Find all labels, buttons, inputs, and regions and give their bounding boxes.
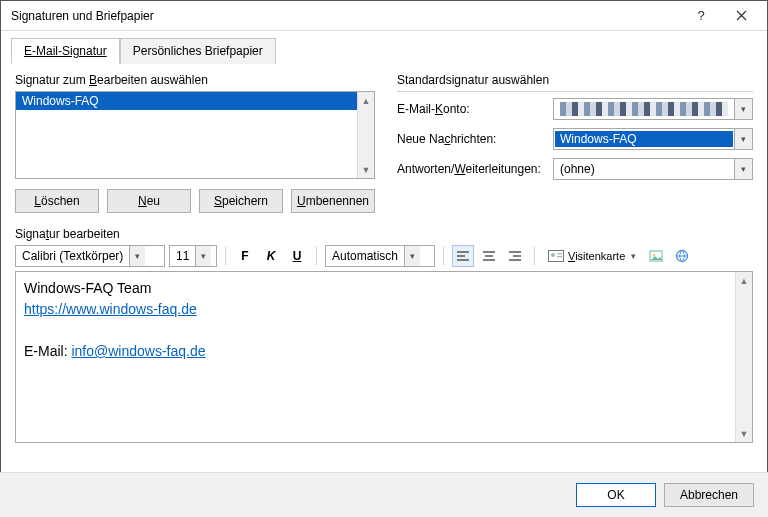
cancel-button[interactable]: Abbrechen — [664, 483, 754, 507]
chevron-down-icon: ▾ — [404, 246, 420, 266]
delete-button[interactable]: Löschen — [15, 189, 99, 213]
select-signature-label: Signatur zum Bearbeiten auswählen — [15, 73, 375, 87]
rename-button[interactable]: Umbenennen — [291, 189, 375, 213]
font-family-dropdown[interactable]: Calibri (Textkörper) ▾ — [15, 245, 165, 267]
insert-image-button[interactable] — [645, 245, 667, 267]
replies-value: (ohne) — [554, 162, 734, 176]
svg-point-14 — [653, 254, 656, 257]
chevron-down-icon: ▾ — [195, 246, 211, 266]
replies-dropdown[interactable]: (ohne) ▾ — [553, 158, 753, 180]
editor-toolbar: Calibri (Textkörper) ▾ 11 ▾ F K U Automa… — [15, 245, 753, 267]
underline-button[interactable]: U — [286, 245, 308, 267]
new-messages-value: Windows-FAQ — [555, 131, 733, 147]
chevron-down-icon: ▾ — [734, 159, 752, 179]
editor-line: Windows-FAQ Team — [24, 278, 727, 299]
editor-line: E-Mail: — [24, 343, 71, 359]
signature-editor[interactable]: Windows-FAQ Team https://www.windows-faq… — [16, 272, 735, 442]
scroll-down-icon[interactable]: ▼ — [736, 425, 752, 442]
save-button[interactable]: Speichern — [199, 189, 283, 213]
chevron-down-icon: ▾ — [129, 246, 145, 266]
editor-link[interactable]: https://www.windows-faq.de — [24, 301, 197, 317]
link-icon — [675, 249, 689, 263]
svg-point-10 — [551, 253, 555, 257]
svg-rect-11 — [557, 253, 562, 254]
email-account-value — [560, 102, 728, 116]
edit-signature-label: Signatur bearbeiten — [15, 227, 753, 241]
scroll-up-icon[interactable]: ▲ — [736, 272, 752, 289]
scroll-up-icon[interactable]: ▲ — [358, 92, 374, 109]
close-button[interactable] — [721, 2, 761, 30]
align-left-button[interactable] — [452, 245, 474, 267]
insert-link-button[interactable] — [671, 245, 693, 267]
font-color-dropdown[interactable]: Automatisch ▾ — [325, 245, 435, 267]
chevron-down-icon: ▾ — [734, 99, 752, 119]
svg-rect-12 — [557, 256, 562, 257]
ok-button[interactable]: OK — [576, 483, 656, 507]
tab-stationery[interactable]: Persönliches Briefpapier — [120, 38, 276, 64]
image-icon — [649, 249, 663, 263]
scrollbar[interactable]: ▲ ▼ — [735, 272, 752, 442]
signature-list-item[interactable]: Windows-FAQ — [16, 92, 357, 110]
replies-label: Antworten/Weiterleitungen: — [397, 162, 547, 176]
bold-button[interactable]: F — [234, 245, 256, 267]
close-icon — [736, 10, 747, 21]
new-messages-label: Neue Nachrichten: — [397, 132, 547, 146]
align-right-button[interactable] — [504, 245, 526, 267]
email-account-dropdown[interactable]: ▾ — [553, 98, 753, 120]
signature-list[interactable]: Windows-FAQ ▲ ▼ — [15, 91, 375, 179]
vcard-icon — [548, 249, 564, 263]
font-size-dropdown[interactable]: 11 ▾ — [169, 245, 217, 267]
scrollbar[interactable]: ▲ ▼ — [357, 92, 374, 178]
scroll-down-icon[interactable]: ▼ — [358, 161, 374, 178]
italic-button[interactable]: K — [260, 245, 282, 267]
window-title: Signaturen und Briefpapier — [11, 9, 681, 23]
default-signature-label: Standardsignatur auswählen — [397, 73, 753, 87]
new-messages-dropdown[interactable]: Windows-FAQ ▾ — [553, 128, 753, 150]
help-button[interactable]: ? — [681, 2, 721, 30]
editor-link[interactable]: info@windows-faq.de — [71, 343, 205, 359]
new-button[interactable]: Neu — [107, 189, 191, 213]
chevron-down-icon: ▾ — [734, 129, 752, 149]
email-account-label: E-Mail-Konto: — [397, 102, 547, 116]
tab-email-signature[interactable]: E-Mail-Signatur — [11, 38, 120, 64]
align-center-button[interactable] — [478, 245, 500, 267]
business-card-button[interactable]: Visitenkarte ▾ — [543, 246, 641, 266]
